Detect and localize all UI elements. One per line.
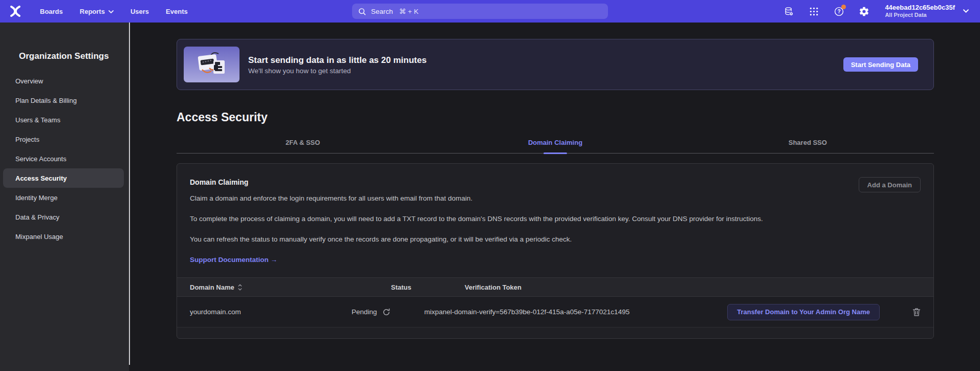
data-settings-icon[interactable]: [783, 6, 794, 17]
nav-links: Boards Reports Users Events: [40, 8, 188, 15]
nav-right-group: ? 44eebad12c65eb0c35f All Project Data: [783, 0, 969, 23]
column-header-verification-token: Verification Token: [424, 283, 690, 291]
sidebar-item-users-teams[interactable]: Users & Teams: [3, 110, 124, 129]
start-sending-data-button[interactable]: Start Sending Data: [843, 57, 918, 72]
top-nav: Boards Reports Users Events Search ⌘ + K: [0, 0, 980, 23]
nav-item-events[interactable]: Events: [166, 8, 188, 15]
onboarding-banner: Start sending data in as little as 20 mi…: [177, 39, 934, 90]
table-row: yourdomain.com Pending mixpanel-domain-v…: [177, 297, 933, 328]
banner-title: Start sending data in as little as 20 mi…: [248, 55, 427, 66]
gear-icon[interactable]: [858, 6, 869, 17]
add-domain-button[interactable]: Add a Domain: [859, 177, 921, 192]
page-title: Access Security: [177, 110, 934, 125]
search-input[interactable]: Search ⌘ + K: [352, 4, 608, 19]
org-id: 44eebad12c65eb0c35f: [885, 4, 955, 12]
sidebar-title: Organization Settings: [19, 51, 129, 61]
card-description-3: You can refresh the status to manually v…: [190, 234, 921, 245]
column-header-status: Status: [352, 283, 424, 291]
verification-token-cell: mixpanel-domain-verify=567b39be-012f-415…: [424, 308, 690, 316]
banner-subtitle: We'll show you how to get started: [248, 67, 427, 75]
sidebar-item-overview[interactable]: Overview: [3, 71, 124, 91]
support-documentation-link[interactable]: Support Documentation →: [190, 255, 277, 265]
org-switcher[interactable]: 44eebad12c65eb0c35f All Project Data: [885, 4, 969, 18]
sort-icon[interactable]: [238, 284, 242, 291]
transfer-domain-button[interactable]: Transfer Domain to Your Admin Org Name: [727, 304, 880, 320]
svg-text:?: ?: [837, 9, 840, 14]
mixpanel-logo-icon[interactable]: [7, 4, 24, 19]
org-settings-sidebar: Organization Settings Overview Plan Deta…: [0, 23, 129, 371]
tab-2fa-sso[interactable]: 2FA & SSO: [177, 136, 429, 153]
access-security-tabs: 2FA & SSO Domain Claiming Shared SSO: [177, 136, 934, 154]
card-description-1: Claim a domain and enforce the login req…: [190, 193, 921, 204]
nav-item-reports[interactable]: Reports: [80, 8, 114, 15]
sidebar-item-plan-details-billing[interactable]: Plan Details & Billing: [3, 91, 124, 110]
domains-table: Domain Name Status Verification Token yo…: [177, 277, 933, 338]
main-area: Start sending data in as little as 20 mi…: [130, 23, 980, 371]
search-shortcut: ⌘ + K: [399, 7, 419, 15]
table-header: Domain Name Status Verification Token: [177, 277, 933, 297]
column-header-domain-name: Domain Name: [190, 283, 234, 291]
nav-item-boards[interactable]: Boards: [40, 8, 63, 15]
chevron-down-icon: [963, 9, 969, 13]
search-icon: [358, 7, 366, 16]
notification-dot: [841, 5, 846, 9]
tab-shared-sso[interactable]: Shared SSO: [682, 136, 934, 153]
search-placeholder: Search: [371, 8, 393, 15]
refresh-status-icon[interactable]: [382, 308, 390, 316]
apps-grid-icon[interactable]: [808, 6, 819, 17]
card-title: Domain Claiming: [190, 177, 921, 187]
sidebar-item-access-security[interactable]: Access Security: [3, 168, 124, 188]
delete-domain-icon[interactable]: [908, 308, 921, 317]
onboarding-illustration: [184, 47, 239, 82]
status-value: Pending: [352, 308, 377, 316]
sidebar-item-identity-merge[interactable]: Identity Merge: [3, 188, 124, 207]
nav-item-users[interactable]: Users: [130, 8, 149, 15]
project-label: All Project Data: [885, 12, 955, 18]
sidebar-item-mixpanel-usage[interactable]: Mixpanel Usage: [3, 227, 124, 246]
help-icon[interactable]: ?: [833, 6, 844, 17]
tab-domain-claiming[interactable]: Domain Claiming: [429, 136, 681, 153]
domain-name-cell: yourdomain.com: [190, 308, 352, 316]
status-cell: Pending: [352, 308, 424, 316]
sidebar-item-service-accounts[interactable]: Service Accounts: [3, 149, 124, 168]
domain-claiming-card: Domain Claiming Claim a domain and enfor…: [177, 163, 934, 339]
chevron-down-icon: [108, 10, 114, 13]
sidebar-item-projects[interactable]: Projects: [3, 129, 124, 149]
card-description-2: To complete the process of claiming a do…: [190, 214, 921, 224]
sidebar-item-data-privacy[interactable]: Data & Privacy: [3, 207, 124, 227]
